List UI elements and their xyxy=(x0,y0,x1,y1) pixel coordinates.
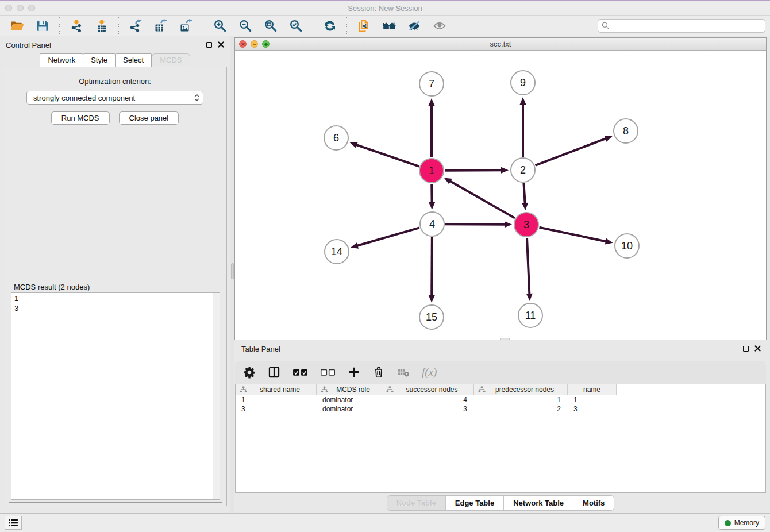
open-session-icon[interactable] xyxy=(7,17,27,34)
table-cell[interactable]: 3 xyxy=(568,404,617,414)
graph-node-8[interactable]: 8 xyxy=(613,118,638,144)
graph-edge[interactable] xyxy=(527,238,529,295)
optimization-select-value: strongly connected component xyxy=(33,94,194,102)
run-mcds-button[interactable]: Run MCDS xyxy=(51,111,110,125)
import-network-icon[interactable] xyxy=(67,17,86,34)
network-overview-icon[interactable] xyxy=(379,17,399,34)
splitter-grip-icon[interactable] xyxy=(231,263,234,279)
graph-edge-arrowhead xyxy=(605,136,613,141)
tab-style[interactable]: Style xyxy=(83,53,116,67)
table-cell[interactable]: 1 xyxy=(568,395,617,404)
graph-edge[interactable] xyxy=(540,228,607,242)
refresh-icon[interactable] xyxy=(320,17,340,34)
delete-column-icon[interactable] xyxy=(372,366,385,379)
settings-icon[interactable] xyxy=(243,366,256,379)
add-column-icon[interactable] xyxy=(348,366,360,379)
export-table-icon[interactable] xyxy=(151,17,171,34)
column-layout-icon[interactable] xyxy=(268,366,280,379)
function-builder-icon[interactable]: f(x) xyxy=(422,366,437,379)
delete-table-icon[interactable] xyxy=(397,366,410,379)
mcds-panel: Optimization criterion: strongly connect… xyxy=(3,67,227,506)
graph-node-14[interactable]: 14 xyxy=(324,239,349,264)
table-cell[interactable]: 2 xyxy=(474,404,568,414)
graph-node-4[interactable]: 4 xyxy=(419,211,445,237)
optimization-select[interactable]: strongly connected component xyxy=(26,91,203,105)
save-session-icon[interactable] xyxy=(33,17,52,34)
result-scrollbar[interactable] xyxy=(213,293,220,499)
network-canvas[interactable]: 7968124314101511 xyxy=(235,51,766,340)
task-history-button[interactable] xyxy=(5,516,22,530)
graph-node-15[interactable]: 15 xyxy=(419,304,444,330)
column-header-mcds-role[interactable]: MCDS role xyxy=(317,384,382,395)
zoom-out-icon[interactable] xyxy=(236,17,255,34)
graph-edge[interactable] xyxy=(449,180,515,218)
graph-node-10[interactable]: 10 xyxy=(614,233,640,259)
close-table-panel-icon[interactable] xyxy=(754,345,761,353)
search-box[interactable] xyxy=(598,19,765,33)
tab-mcds[interactable]: MCDS xyxy=(152,53,190,67)
tab-node-table[interactable]: Node Table xyxy=(387,496,445,510)
export-image-icon[interactable] xyxy=(176,17,196,34)
float-panel-icon[interactable] xyxy=(206,42,212,48)
select-all-columns-icon[interactable] xyxy=(292,368,308,377)
status-bar: Memory xyxy=(0,513,770,532)
tab-motifs[interactable]: Motifs xyxy=(573,496,614,510)
table-cell[interactable]: dominator xyxy=(317,395,382,404)
zoom-fit-icon[interactable] xyxy=(261,17,280,34)
table-cell[interactable]: 4 xyxy=(382,395,474,404)
task-list-icon xyxy=(8,518,18,527)
panel-splitter[interactable] xyxy=(230,36,234,513)
table-row[interactable]: 1dominator411 xyxy=(236,395,765,404)
table-cell[interactable]: 3 xyxy=(382,404,474,414)
hide-selected-icon[interactable] xyxy=(405,17,424,34)
zoom-in-icon[interactable] xyxy=(210,17,230,34)
tab-edge-table[interactable]: Edge Table xyxy=(445,496,503,510)
graph-edge-arrowhead xyxy=(351,242,359,249)
mcds-result-area[interactable]: 13 xyxy=(11,292,220,500)
graph-node-11[interactable]: 11 xyxy=(518,303,543,328)
float-table-panel-icon[interactable] xyxy=(743,346,749,352)
column-label: shared name xyxy=(249,385,316,394)
duplicate-network-icon[interactable] xyxy=(354,17,374,34)
column-header-successor-nodes[interactable]: successor nodes xyxy=(382,384,474,395)
graph-node-6[interactable]: 6 xyxy=(324,125,349,151)
graph-edge[interactable] xyxy=(445,170,503,171)
table-cell[interactable]: 3 xyxy=(236,404,317,414)
graph-edge[interactable] xyxy=(523,183,525,205)
tab-network[interactable]: Network xyxy=(40,53,83,67)
memory-button[interactable]: Memory xyxy=(718,516,765,530)
table-cell[interactable]: 1 xyxy=(236,395,317,404)
sort-icon xyxy=(236,386,249,393)
control-panel-title: Control Panel xyxy=(6,41,51,49)
graph-edge[interactable] xyxy=(356,228,419,246)
column-label: name xyxy=(568,385,616,394)
search-input[interactable] xyxy=(612,22,761,30)
graph-node-7[interactable]: 7 xyxy=(419,71,444,97)
export-network-icon[interactable] xyxy=(126,17,145,34)
column-label: predecessor nodes xyxy=(488,385,567,394)
table-cell[interactable]: dominator xyxy=(317,404,382,414)
graph-node-3[interactable]: 3 xyxy=(514,212,539,237)
close-panel-button[interactable]: Close panel xyxy=(119,111,179,125)
graph-node-2[interactable]: 2 xyxy=(510,157,536,183)
graph-node-9[interactable]: 9 xyxy=(510,70,536,95)
graph-edge[interactable] xyxy=(432,237,432,297)
graph-node-1[interactable]: 1 xyxy=(419,158,444,183)
tab-select[interactable]: Select xyxy=(116,53,152,67)
tab-network-table[interactable]: Network Table xyxy=(503,496,573,510)
import-table-icon[interactable] xyxy=(92,17,111,34)
deselect-all-columns-icon[interactable] xyxy=(320,368,336,377)
table-cell[interactable]: 1 xyxy=(474,395,568,404)
column-header-shared-name[interactable]: shared name xyxy=(236,384,317,395)
close-panel-icon[interactable] xyxy=(218,41,224,49)
table-panel: Table Panel f(x) shared nameMCDS rolesuc… xyxy=(234,340,767,513)
graph-edge[interactable] xyxy=(536,138,607,165)
graph-edge[interactable] xyxy=(355,144,419,166)
graph-edge[interactable] xyxy=(445,224,506,225)
column-header-predecessor-nodes[interactable]: predecessor nodes xyxy=(474,384,568,395)
table-row[interactable]: 3dominator323 xyxy=(236,404,765,414)
column-header-name[interactable]: name xyxy=(568,384,617,395)
network-resize-grip[interactable] xyxy=(500,338,510,340)
show-all-icon[interactable] xyxy=(430,17,449,34)
zoom-selected-icon[interactable] xyxy=(286,17,306,34)
